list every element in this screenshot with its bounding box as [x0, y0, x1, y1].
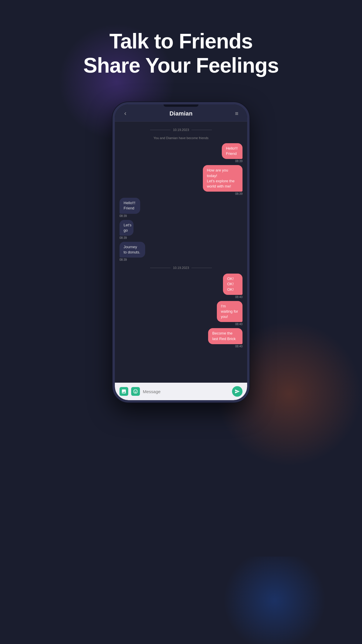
- table-row: Become the last Red Brick 08:40: [120, 328, 242, 348]
- chat-messages: 10.19.2023 You and Diamian have become f…: [115, 122, 247, 383]
- send-icon: [235, 389, 240, 394]
- msg-bubble: Let's go: [120, 220, 133, 236]
- header-line1: Talk to Friends: [0, 29, 362, 53]
- msg-wrapper-recv-2: Let's go 08:39: [120, 220, 141, 239]
- msg-bubble: OK! OK! OK!: [223, 274, 242, 295]
- table-row: Journey to donuts. 08:39: [120, 242, 242, 261]
- message-input[interactable]: [143, 388, 229, 395]
- msg-bubble: Become the last Red Brick: [208, 328, 242, 344]
- msg-time: 08:39: [120, 214, 127, 218]
- msg-time: 08:39: [120, 258, 127, 261]
- emoji-svg: [133, 389, 138, 394]
- msg-wrapper-sent-5: Become the last Red Brick 08:40: [190, 328, 242, 348]
- friend-notice: You and Diamian have become friends: [120, 136, 242, 140]
- date-text-1: 10.19.2023: [173, 128, 189, 132]
- date-separator-2: 10.19.2023: [120, 266, 242, 270]
- msg-time: 08:39: [120, 236, 127, 239]
- table-row: How are you today!Let's explore the worl…: [120, 165, 242, 195]
- table-row: Hello!!! Friend 08:39: [120, 198, 242, 217]
- msg-wrapper-sent-3: OK! OK! OK! 08:40: [213, 274, 242, 299]
- msg-bubble: How are you today!Let's explore the worl…: [203, 165, 242, 192]
- date-text-2: 10.19.2023: [173, 266, 189, 270]
- table-row: OK! OK! OK! 08:40: [120, 274, 242, 299]
- send-button[interactable]: [232, 386, 242, 397]
- chat-header: ‹ Diamian ≡: [115, 104, 247, 122]
- msg-time: 08:39: [235, 160, 242, 163]
- image-svg: [121, 389, 126, 394]
- msg-wrapper-recv-1: Hello!!! Friend 08:39: [120, 198, 151, 217]
- date-separator-1: 10.19.2023: [120, 128, 242, 132]
- date-line-left-1: [150, 130, 171, 130]
- emoji-icon[interactable]: [131, 387, 140, 396]
- chat-title: Diamian: [169, 110, 192, 117]
- header-section: Talk to Friends Share Your Feelings: [0, 29, 362, 78]
- msg-wrapper-sent-1: Hello!!! Friend 08:39: [211, 143, 242, 163]
- msg-time: 08:40: [235, 323, 242, 326]
- msg-wrapper-recv-3: Journey to donuts. 08:39: [120, 242, 159, 261]
- table-row: Let's go 08:39: [120, 220, 242, 239]
- date-line-right-1: [191, 130, 212, 130]
- image-icon[interactable]: [120, 387, 128, 396]
- date-line-left-2: [150, 268, 171, 268]
- chat-app: ‹ Diamian ≡ 10.19.2023 You and Diamian h…: [115, 104, 247, 400]
- header-line2: Share Your Feelings: [0, 53, 362, 78]
- chat-input-area: [115, 383, 247, 400]
- back-button[interactable]: ‹: [121, 110, 130, 117]
- table-row: Hello!!! Friend 08:39: [120, 143, 242, 163]
- phone-notch: [164, 104, 198, 107]
- table-row: I'm waiting for you! 08:40: [120, 301, 242, 326]
- msg-wrapper-sent-2: How are you today!Let's explore the worl…: [181, 165, 242, 195]
- date-line-right-2: [191, 268, 212, 268]
- msg-time: 08:39: [235, 192, 242, 195]
- msg-bubble: I'm waiting for you!: [217, 301, 242, 322]
- phone-container: ‹ Diamian ≡ 10.19.2023 You and Diamian h…: [113, 102, 249, 615]
- msg-wrapper-sent-4: I'm waiting for you! 08:40: [203, 301, 242, 326]
- phone-frame: ‹ Diamian ≡ 10.19.2023 You and Diamian h…: [113, 102, 249, 402]
- menu-button[interactable]: ≡: [232, 110, 241, 117]
- msg-time: 08:40: [235, 345, 242, 348]
- msg-bubble: Hello!!! Friend: [222, 143, 242, 159]
- header-title: Talk to Friends Share Your Feelings: [0, 29, 362, 78]
- msg-time: 08:40: [235, 295, 242, 299]
- msg-bubble: Journey to donuts.: [120, 242, 145, 258]
- msg-bubble: Hello!!! Friend: [120, 198, 140, 214]
